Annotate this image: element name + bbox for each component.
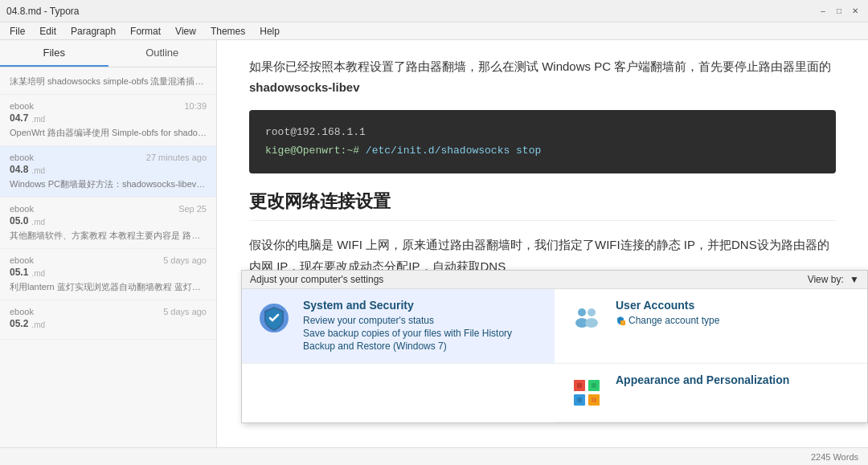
cp-link-restore[interactable]: Backup and Restore (Windows 7): [303, 341, 512, 352]
svg-text:!: !: [622, 320, 623, 325]
cp-item-appearance[interactable]: Appearance and Personalization: [555, 364, 867, 422]
menu-help[interactable]: Help: [253, 24, 286, 39]
item-header: ebook 27 minutes ago: [10, 153, 207, 162]
word-count: 2245 Words: [811, 452, 858, 462]
item-time: 10:39: [184, 101, 207, 111]
cp-user-accounts-text: User Accounts ! Change account type: [616, 299, 719, 326]
cp-item-system-security[interactable]: System and Security Review your computer…: [242, 289, 555, 364]
code-line-1: root@192.168.1.1: [265, 123, 820, 141]
maximize-button[interactable]: □: [833, 5, 845, 18]
item-type: ebook: [10, 153, 34, 162]
item-preview: OpenWrt 路由器编译使用 Simple-obfs for shadowso…: [10, 127, 207, 139]
close-button[interactable]: ✕: [849, 5, 862, 18]
cp-link-backup[interactable]: Save backup copies of your files with Fi…: [303, 328, 512, 339]
svg-point-3: [588, 308, 596, 316]
item-filename: 05.0: [10, 215, 28, 226]
tab-outline[interactable]: Outline: [108, 40, 217, 67]
system-security-icon: [255, 299, 293, 337]
item-filename-row: 05.0 .md: [10, 215, 207, 228]
item-ext: .md: [31, 320, 45, 329]
control-panel-overlay: Adjust your computer's settings View by:…: [241, 270, 868, 423]
item-ext: .md: [31, 269, 45, 278]
list-item[interactable]: 沫某培明 shadowsocks simple-obfs 流量混淆插件工作原理 …: [0, 67, 216, 95]
menu-themes[interactable]: Themes: [204, 24, 252, 39]
item-ext: .md: [31, 115, 45, 124]
item-preview: 沫某培明 shadowsocks simple-obfs 流量混淆插件工作原理 …: [10, 75, 207, 88]
appearance-icon: [567, 373, 606, 412]
item-type: ebook: [10, 204, 34, 214]
title-bar-controls: – □ ✕: [817, 5, 862, 18]
user-accounts-icon: [567, 299, 606, 337]
main-area: Files Outline 沫某培明 shadowsocks simple-ob…: [0, 40, 868, 447]
menu-bar: File Edit Paragraph Format View Themes H…: [0, 22, 868, 40]
menu-file[interactable]: File: [3, 24, 31, 39]
item-time: 5 days ago: [163, 307, 207, 316]
svg-rect-13: [577, 398, 582, 402]
item-filename-row: 04.7 .md: [10, 112, 207, 125]
item-header: ebook 5 days ago: [10, 255, 207, 265]
sidebar-list: 沫某培明 shadowsocks simple-obfs 流量混淆插件工作原理 …: [0, 67, 216, 447]
menu-format[interactable]: Format: [124, 24, 167, 39]
list-item[interactable]: ebook 5 days ago 05.1 .md 利用lantern 蓝灯实现…: [0, 249, 216, 300]
item-type: ebook: [10, 307, 34, 316]
svg-rect-14: [592, 398, 596, 402]
svg-rect-12: [592, 383, 596, 388]
menu-view[interactable]: View: [169, 24, 203, 39]
code-prompt: kige@Openwrt:~#: [265, 145, 359, 157]
item-ext: .md: [31, 166, 45, 175]
item-filename: 05.1: [10, 267, 28, 278]
cp-item-user-accounts[interactable]: User Accounts ! Change account type: [555, 289, 867, 364]
cp-header: Adjust your computer's settings View by:…: [242, 271, 867, 289]
item-preview: 利用lantern 蓝灯实现浏览器自动翻墙教程 蓝灯运用了多种技术，通过自有服务: [10, 281, 207, 293]
list-item[interactable]: ebook Sep 25 05.0 .md 其他翻墙软件、方案教程 本教程主要内…: [0, 198, 216, 249]
minimize-button[interactable]: –: [817, 5, 829, 18]
tab-files[interactable]: Files: [0, 40, 108, 67]
menu-paragraph[interactable]: Paragraph: [64, 24, 122, 39]
cp-system-security-title: System and Security: [303, 299, 512, 312]
list-item[interactable]: ebook 10:39 04.7 .md OpenWrt 路由器编译使用 Sim…: [0, 95, 216, 146]
cp-view-by: View by: ▼: [808, 274, 859, 285]
list-item[interactable]: ebook 5 days ago 05.2 .md: [0, 300, 216, 340]
code-block: root@192.168.1.1 kige@Openwrt:~# /etc/in…: [249, 110, 836, 173]
section-title: 更改网络连接设置: [249, 190, 836, 221]
cp-title-text: Adjust your computer's settings: [250, 274, 383, 285]
item-type: ebook: [10, 255, 34, 265]
cp-appearance-title: Appearance and Personalization: [616, 373, 789, 386]
item-filename: 05.2: [10, 318, 28, 329]
cp-user-accounts-title: User Accounts: [616, 299, 719, 312]
cp-system-security-text: System and Security Review your computer…: [303, 299, 512, 353]
code-text: root@192.168.1.1: [265, 126, 366, 138]
status-bar: 2245 Words: [0, 447, 868, 465]
item-filename-row: 05.1 .md: [10, 267, 207, 279]
svg-point-1: [578, 308, 586, 316]
title-bar: 04.8.md - Typora – □ ✕: [0, 0, 868, 22]
svg-rect-11: [577, 383, 582, 388]
item-header: ebook 10:39: [10, 101, 207, 111]
cp-change-account-type[interactable]: ! Change account type: [616, 315, 719, 326]
cp-link-change-account[interactable]: Change account type: [628, 315, 719, 326]
title-bar-left: 04.8.md - Typora: [6, 6, 80, 17]
cp-body: System and Security Review your computer…: [242, 289, 867, 422]
code-cmd: /etc/init.d/shadowsocks stop: [359, 145, 541, 157]
cp-link-review[interactable]: Review your computer's status: [303, 315, 512, 326]
item-ext: .md: [31, 218, 45, 226]
svg-point-4: [585, 318, 598, 328]
item-preview: Windows PC翻墙最好方法：shadowsocks-libev + sim…: [10, 178, 207, 190]
item-time: 5 days ago: [163, 255, 207, 265]
sidebar-tabs: Files Outline: [0, 40, 216, 67]
chevron-down-icon[interactable]: ▼: [850, 274, 859, 285]
item-time: 27 minutes ago: [146, 153, 207, 162]
content-area[interactable]: 如果你已经按照本教程设置了路由器翻墙，那么在测试 Windows PC 客户端翻…: [217, 40, 868, 447]
item-header: ebook Sep 25: [10, 204, 207, 214]
item-time: Sep 25: [178, 204, 207, 214]
item-filename: 04.7: [10, 112, 28, 124]
intro-text: 如果你已经按照本教程设置了路由器翻墙，那么在测试 Windows PC 客户端翻…: [249, 56, 836, 97]
cp-appearance-text: Appearance and Personalization: [616, 373, 789, 390]
code-line-2: kige@Openwrt:~# /etc/init.d/shadowsocks …: [265, 141, 820, 160]
menu-edit[interactable]: Edit: [33, 24, 63, 39]
list-item-active[interactable]: ebook 27 minutes ago 04.8 .md Windows PC…: [0, 146, 216, 198]
item-filename-row: 04.8 .md: [10, 164, 207, 177]
sidebar: Files Outline 沫某培明 shadowsocks simple-ob…: [0, 40, 217, 447]
item-header: ebook 5 days ago: [10, 307, 207, 316]
item-type: ebook: [10, 101, 34, 111]
